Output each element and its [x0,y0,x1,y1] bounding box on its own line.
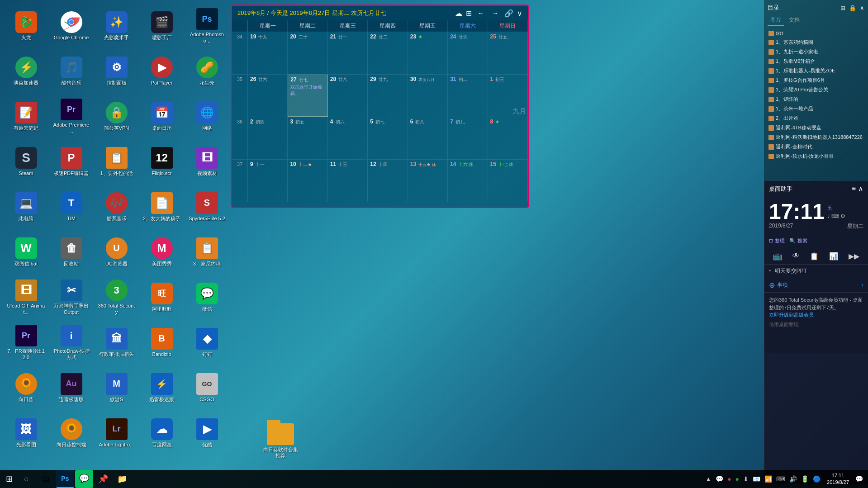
icon-wechat-bat[interactable]: W 双微信.bat [5,231,47,274]
icon-zhuomiri[interactable]: 📅 桌面日历 [140,95,183,138]
eye-icon[interactable]: 👁 [792,252,800,261]
cal-cell-30[interactable]: 30 农历八月 [408,75,448,117]
cal-cell-27-today[interactable]: 27 廿七 双击这里开始编辑。 [288,75,327,117]
icon-uc[interactable]: U UC浏览器 [95,231,138,274]
icon-xunlei[interactable]: ⚡ 迅雷极速版 [140,366,183,409]
icon-vpn[interactable]: 🔒 蒲公英VPN [95,95,138,138]
close-panel-icon[interactable]: ∧ [860,5,864,11]
file-item-9[interactable]: 2、出片难 [768,114,864,123]
tray-email[interactable]: 📧 [751,475,762,483]
icon-wechat[interactable]: 💬 微信 [185,276,228,319]
cal-cell-19[interactable]: 19 十九 [248,32,288,74]
icon-lightroom[interactable]: Lr Adobe Lightro... [95,412,138,455]
file-item-11[interactable]: 返利网-科沃斯扫地机器人13188847226 [768,133,864,142]
icon-jianie[interactable]: 📋 3、家尼约稿 [185,231,228,274]
file-item-4[interactable]: 1、乐歌机器人-易推关ZOE [768,66,864,76]
tab-documents[interactable]: 文档 [786,15,802,26]
icon-kuwo[interactable]: 🎶 酷我音乐 [95,185,138,228]
monitor-icon[interactable]: 📺 [773,252,782,261]
icon-kugou[interactable]: 🎵 酷狗音乐 [50,50,93,93]
cal-cell-sep11[interactable]: 11 十三 [328,160,368,202]
tray-bluetooth[interactable]: 🔵 [811,475,822,483]
tab-pictures[interactable]: 图片 [768,15,784,26]
icon-baidu-pan[interactable]: ☁ 百度网盘 [140,412,183,455]
cal-cell-sep6[interactable]: 6 初八 [408,117,448,159]
icon-pr-video[interactable]: Pr 7、PR视频导出12.0 [5,321,47,364]
tray-green[interactable]: ● [734,475,740,483]
add-event-row[interactable]: ⊕ 事项 ↑ [764,278,868,293]
icon-wangluo[interactable]: 🌐 网络 [185,95,228,138]
cal-link-icon[interactable]: 🔗 [504,9,513,18]
icon-fliqlo[interactable]: 12 Fliqlo.scr [140,140,183,183]
icon-huasheng[interactable]: 🥜 花生壳 [185,50,228,93]
icon-control[interactable]: ⚙ 控制面板 [95,50,138,93]
cal-cell-28[interactable]: 28 廿八 [328,75,368,117]
icon-meitu[interactable]: M 美图秀秀 [140,231,183,274]
icon-youdao[interactable]: 📝 有道云笔记 [5,95,47,138]
cal-expand-icon[interactable]: ∨ [517,9,522,18]
tray-keyboard[interactable]: ⌨ [775,475,787,483]
icon-iphotodraw[interactable]: i iPhotoDraw-快捷方式 [50,321,93,364]
icon-alibaba[interactable]: 旺 阿里旺旺 [140,276,183,319]
cal-cell-25[interactable]: 25 廿五 [488,32,528,74]
tray-volume[interactable]: 🔊 [788,475,798,483]
file-item-2[interactable]: 1、九折一道小家电 [768,47,864,57]
icon-huolong[interactable]: 🐉 火龙 [5,5,47,47]
icon-video[interactable]: 🎞 视频素材 [185,140,228,183]
icon-baosujiasuqi[interactable]: ⚡ 薄荷加速器 [5,50,47,93]
taskbar-app-folder[interactable]: 📁 [113,470,131,488]
share-icon[interactable]: ↑ [861,282,863,289]
icon-guangying[interactable]: 🖼 光影看图 [5,412,47,455]
icon-dama[interactable]: 📄 2、发大妈的稿子 [140,185,183,228]
file-item-13[interactable]: 返利网-软水机-汝龙小哥哥 [768,152,864,161]
icon-premiere[interactable]: Pr Adobe Premiere ... [50,95,93,138]
file-item-7[interactable]: 1、矩阵的 [768,95,864,104]
taskbar-search-btn[interactable]: ○ [20,474,33,484]
icon-yingge[interactable]: 🎬 嗯影工厂 [140,5,183,47]
cal-cell-20[interactable]: 20 二十 [288,32,327,74]
cal-cell-sep10[interactable]: 10 十二★ [288,160,327,202]
start-button[interactable]: ⊞ [0,470,18,488]
cal-cell-sep15[interactable]: 15 十七 休 [488,160,528,202]
file-item-5[interactable]: 1、罗技G合作项目6月 [768,76,864,85]
tray-download[interactable]: ⬇ [742,475,750,483]
lock-icon[interactable]: 🔒 [849,5,856,11]
icon-potplayer[interactable]: ▶ PotPlayer [140,50,183,93]
icon-xiangri[interactable]: 🌻 向日葵 [5,366,47,409]
cal-cell-24[interactable]: 24 廿四 [448,32,488,74]
cal-cell-sep12[interactable]: 12 十四 [368,160,408,202]
cal-cell-sep4[interactable]: 4 初六 [328,117,368,159]
view-grid-icon[interactable]: ⊞ [840,5,845,11]
tray-red[interactable]: ● [726,475,732,483]
cal-cell-31[interactable]: 31 初二 [448,75,488,117]
memo-item[interactable]: • 明天要交PPT [764,265,868,278]
cal-cell-29[interactable]: 29 廿九 [368,75,408,117]
tray-expand[interactable]: ▲ [704,475,713,483]
file-item-3[interactable]: 1、乐歌M6升箱合 [768,57,864,66]
file-item-12[interactable]: 返利网-全棉时代 [768,142,864,152]
icon-audition[interactable]: Au 迅雷极速版 [50,366,93,409]
assistant-menu-icon[interactable]: ≡ [852,185,856,193]
icon-maoyou[interactable]: M 傲游S [95,366,138,409]
cal-cell-sep13[interactable]: 13 十五★ 休 [408,160,448,202]
icon-photo-magic[interactable]: ✨ 光影魔术手 [95,5,138,47]
taskbar-app-photoshop[interactable]: Ps [56,470,74,488]
file-item-8[interactable]: 1、茶米一堆产品 [768,104,864,114]
file-item-6[interactable]: 1、荣耀20 Pro营告公关 [768,85,864,95]
file-item-1[interactable]: 1、京东鸡约稿圈 [768,38,864,47]
cal-cell-sep2[interactable]: 2 初四 [248,117,288,159]
icon-pc[interactable]: 💻 此电脑 [5,185,47,228]
cal-prev-btn[interactable]: ← [475,9,486,18]
cal-cell-sep3[interactable]: 3 初五 [288,117,327,159]
cal-cell-sep7[interactable]: 7 初九 [448,117,488,159]
icon-chrome[interactable]: Google Chrome [50,5,93,47]
cal-cell-23[interactable]: 23 ★ [408,32,448,74]
file-item-10[interactable]: 返利网-4TB移动硬盘 [768,123,864,133]
icon-steam[interactable]: S Steam [5,140,47,183]
icon-photoshop[interactable]: Ps Adobe Photosho... [185,5,228,47]
cal-cell-21[interactable]: 21 廿一 [328,32,368,74]
cal-cloud-icon[interactable]: ☁ [455,9,462,18]
more-icon[interactable]: ▶▶ [849,252,859,261]
cal-cell-sep8[interactable]: 8 ★ [488,117,528,159]
tray-battery[interactable]: 🔋 [800,475,810,483]
